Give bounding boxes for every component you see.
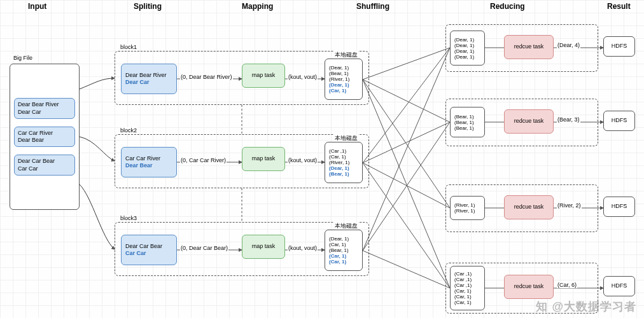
result-river: HDFS	[603, 197, 635, 217]
emit-row: (Bear, 1)	[329, 71, 358, 76]
emit-row: (Car, 1)	[454, 288, 480, 294]
svg-line-14	[363, 80, 450, 208]
emit-row: (Car ,1)	[454, 282, 480, 288]
reducer-dear-inputs: (Dear, 1) (Dear, 1) (Dear, 1) (Dear, 1)	[450, 31, 485, 66]
reducer-dear-out: (Dear, 4)	[557, 42, 580, 48]
svg-line-10	[363, 48, 450, 251]
block-label: block1	[120, 44, 137, 50]
emit-row: (Car ,1)	[454, 271, 480, 277]
emit-row: (Car, 1)	[329, 253, 358, 259]
mapreduce-diagram: Input Spliting Mapping Shuffling Reducin…	[0, 0, 644, 318]
reducer-dear-task: redcue task	[504, 35, 554, 59]
result-dear: HDFS	[603, 36, 635, 57]
emit-row: (Car, 1)	[329, 242, 358, 247]
emit-row: (Bear, 1)	[454, 114, 480, 120]
stage-result: Result	[607, 2, 631, 11]
block1-mapin: (0, Dear Bear River)	[180, 74, 233, 80]
block-label: block3	[120, 215, 137, 221]
block2-emit: (Car ,1) (Car, 1) (River, 1) (Dear, 1) (…	[325, 142, 363, 183]
emit-row: (Dear, 1)	[454, 43, 480, 48]
reducer-bear-out: (Bear, 3)	[557, 116, 580, 123]
block1-emit: (Dear, 1) (Bear, 1) (River, 1) (Dear, 1)…	[325, 59, 363, 100]
reducer-river-out: (River, 2)	[557, 202, 582, 209]
bigfile-slice: Dear Car Bear Car Car	[14, 155, 75, 176]
block3-split: Dear Car Bear Car Car	[121, 235, 177, 265]
emit-row: (Bear, 1)	[454, 120, 480, 125]
emit-row: (River, 1)	[454, 208, 480, 214]
emit-row: (Dear, 1)	[329, 236, 358, 242]
emit-row: (Car, 1)	[329, 259, 358, 265]
split-line: Car Car River	[125, 155, 172, 162]
block3-mapout: (kout, vout)	[288, 245, 318, 251]
emit-row: (Dear, 1)	[329, 82, 358, 88]
emit-row: (Car, 1)	[329, 88, 358, 93]
block1-split: Dear Bear River Dear Car	[121, 64, 177, 94]
stage-input: Input	[28, 2, 46, 11]
split-line: Car Car	[125, 250, 172, 257]
block3-mapin: (0, Dear Car Bear)	[180, 245, 228, 251]
split-line: Dear Bear River	[125, 72, 172, 79]
block3-emit: (Dear, 1) (Car, 1) (Bear, 1) (Car, 1) (C…	[325, 230, 363, 271]
bigfile: Dear Bear River Dear Car Car Car River D…	[10, 64, 80, 210]
svg-line-15	[363, 163, 450, 208]
bigfile-slice: Dear Bear River Dear Car	[14, 98, 75, 119]
emit-row: (Dear, 1)	[454, 48, 480, 54]
bigfile-label: Big File	[13, 55, 33, 61]
svg-line-16	[363, 80, 450, 288]
emit-row: (River, 1)	[329, 76, 358, 82]
emit-row: (Bear, 1)	[329, 171, 358, 177]
emit-row: (Car, 1)	[329, 154, 358, 160]
bigfile-slice: Car Car River Dear Bear	[14, 127, 75, 148]
reducer-car-task: redcue task	[504, 275, 554, 299]
block2-mapin: (0, Car Car River)	[180, 157, 227, 163]
emit-row: (Bear, 1)	[454, 125, 480, 131]
reducer-river-task: redcue task	[504, 195, 554, 219]
stage-shuffling: Shuffling	[356, 2, 389, 11]
reducer-river-inputs: (River, 1) (River, 1)	[450, 196, 485, 220]
block1-mapout: (kout, vout)	[288, 74, 318, 80]
split-line: Dear Car Bear	[125, 243, 172, 250]
block2-maptask: map task	[242, 147, 285, 171]
svg-line-8	[363, 48, 450, 80]
svg-line-9	[363, 48, 450, 163]
emit-row: (Car, 1)	[454, 300, 480, 305]
result-car: HDFS	[603, 276, 635, 296]
stage-mapping: Mapping	[242, 2, 273, 11]
emit-row: (Bear, 1)	[329, 247, 358, 253]
block1-maptask: map task	[242, 64, 285, 88]
block3-maptask: map task	[242, 235, 285, 259]
block-label: block2	[120, 127, 137, 134]
result-bear: HDFS	[603, 111, 635, 131]
emit-row: (Car ,1)	[454, 277, 480, 282]
emit-row: (Dear, 1)	[329, 65, 358, 71]
reducer-bear-inputs: (Bear, 1) (Bear, 1) (Bear, 1)	[450, 107, 485, 137]
watermark: 知 @大数据学习者	[536, 299, 636, 314]
svg-line-12	[363, 122, 450, 163]
reducer-car-inputs: (Car ,1) (Car ,1) (Car ,1) (Car, 1) (Car…	[450, 266, 485, 310]
split-line: Dear Bear	[125, 162, 172, 169]
svg-line-13	[363, 122, 450, 251]
split-line: Dear Car	[125, 79, 172, 86]
stage-reducing: Reducing	[490, 2, 525, 11]
emit-row: (Car, 1)	[454, 294, 480, 300]
reducer-bear-task: redcue task	[504, 109, 554, 134]
emit-row: (River, 1)	[454, 202, 480, 208]
stage-splitting: Spliting	[134, 2, 162, 11]
emit-row: (Car ,1)	[329, 148, 358, 154]
svg-line-11	[363, 80, 450, 122]
block2-mapout: (kout, vout)	[288, 157, 318, 163]
emit-row: (Dear, 1)	[454, 54, 480, 60]
emit-row: (Dear, 1)	[454, 37, 480, 43]
emit-row: (River, 1)	[329, 160, 358, 165]
block2-split: Car Car River Dear Bear	[121, 147, 177, 177]
reducer-car-out: (Car, 6)	[557, 282, 577, 288]
emit-row: (Dear, 1)	[329, 165, 358, 171]
